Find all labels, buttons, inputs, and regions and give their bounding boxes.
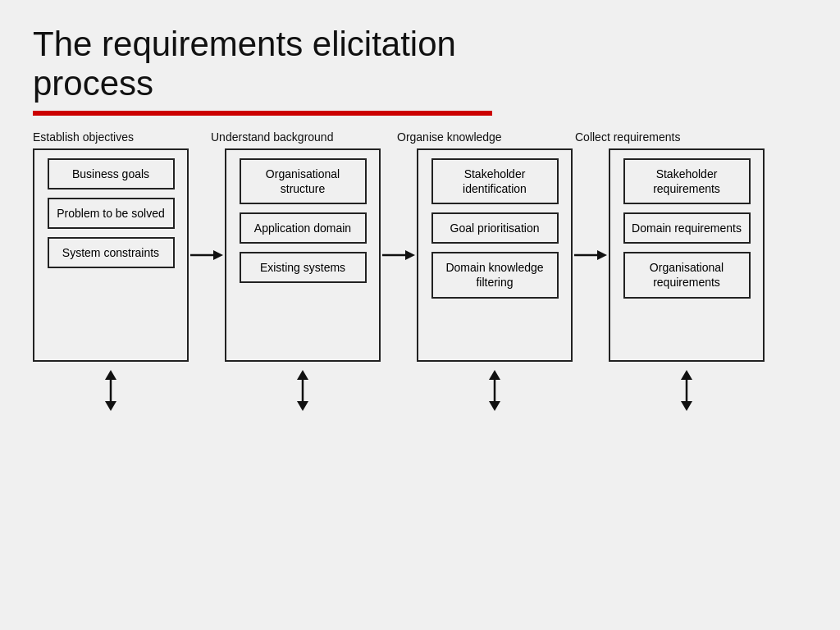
phase-label-4: Collect requirements [575, 130, 735, 144]
svg-marker-13 [489, 370, 500, 380]
arrow-right-1 [189, 247, 225, 263]
phase-label-1: Establish objectives [33, 130, 193, 144]
svg-marker-10 [297, 370, 308, 380]
item-box-4-2: Domain requirements [623, 212, 751, 244]
arrow-right-2 [381, 247, 417, 263]
red-bar [33, 111, 492, 116]
item-box-1-2: Problem to be solved [48, 198, 175, 229]
updown-arrow-3 [417, 370, 573, 411]
svg-marker-7 [105, 370, 116, 380]
svg-marker-8 [105, 401, 116, 411]
updown-arrow-4 [609, 370, 765, 411]
updown-arrow-2 [225, 370, 381, 411]
arrow-right-3 [573, 247, 609, 263]
item-box-3-3: Domain knowledge filtering [431, 252, 559, 298]
slide: The requirements elicitation process Est… [0, 0, 840, 630]
item-box-1-3: System constraints [48, 237, 175, 268]
svg-marker-11 [297, 401, 308, 411]
diagram: Establish objectives Understand backgrou… [33, 130, 807, 411]
phases-row: Business goals Problem to be solved Syst… [33, 148, 807, 362]
phase-label-3: Organise knowledge [397, 130, 557, 144]
svg-marker-16 [681, 370, 692, 380]
item-box-2-1: Organisational structure [240, 158, 367, 204]
title-line1: The requirements elicitation [33, 25, 456, 63]
phase-box-1: Business goals Problem to be solved Syst… [33, 148, 189, 362]
item-box-3-1: Stakeholder identification [431, 158, 559, 204]
updown-arrows [33, 370, 807, 411]
slide-title: The requirements elicitation process [33, 25, 807, 104]
item-box-4-1: Stakeholder requirements [623, 158, 751, 204]
svg-marker-3 [405, 250, 415, 260]
phase-label-2: Understand background [211, 130, 379, 144]
title-line2: process [33, 64, 153, 103]
svg-marker-14 [489, 401, 500, 411]
svg-marker-1 [213, 250, 223, 260]
updown-arrow-1 [33, 370, 189, 411]
item-box-2-2: Application domain [240, 212, 367, 244]
item-box-4-3: Organisational requirements [623, 252, 751, 298]
item-box-3-2: Goal prioritisation [431, 212, 559, 244]
phase-labels: Establish objectives Understand backgrou… [33, 130, 807, 144]
svg-marker-17 [681, 401, 692, 411]
item-box-2-3: Existing systems [240, 252, 367, 283]
phase-box-2: Organisational structure Application dom… [225, 148, 381, 362]
phase-box-4: Stakeholder requirements Domain requirem… [609, 148, 765, 362]
svg-marker-5 [597, 250, 607, 260]
item-box-1-1: Business goals [48, 158, 175, 189]
phase-box-3: Stakeholder identification Goal prioriti… [417, 148, 573, 362]
